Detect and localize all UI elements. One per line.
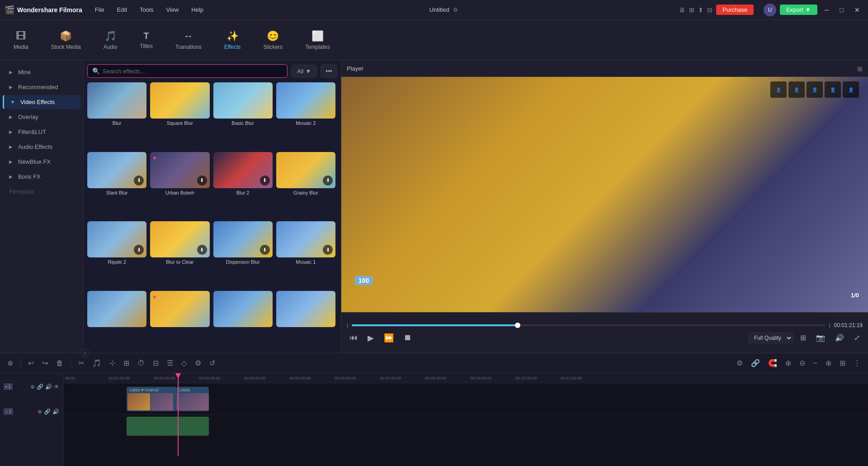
track-a1-volume[interactable]: 🔊 [52, 409, 59, 415]
icon-screen[interactable]: 🖥 [679, 6, 685, 14]
menu-view[interactable]: View [161, 5, 183, 15]
fullscreen-button[interactable]: ⤢ [851, 333, 863, 343]
filter-dropdown-button[interactable]: All ▼ [291, 65, 317, 78]
video-clip-2[interactable]: Lalala [176, 387, 209, 411]
toolbar-titles[interactable]: T Titles [135, 28, 157, 52]
effect-blur-to-clear[interactable]: ⬇ Blur to Clear [150, 221, 209, 287]
close-button[interactable]: ✕ [851, 5, 863, 15]
effect-row4b[interactable]: ♥ [150, 291, 209, 350]
tl-plus-button[interactable]: ⊕ [823, 357, 834, 369]
sidebar-item-newblue-fx[interactable]: ▶ NewBlue FX [3, 155, 80, 169]
audio-clip-1[interactable] [127, 417, 209, 436]
tl-add-media-button[interactable]: ⊕ [5, 357, 16, 369]
track-a1-add[interactable]: ⊕ [38, 409, 42, 415]
sidebar-item-mine[interactable]: ▶ Mine [3, 65, 80, 79]
sidebar-item-video-effects[interactable]: ▼ Video Effects [3, 95, 80, 109]
play-button[interactable]: ▶ [365, 332, 377, 344]
tl-speed-button[interactable]: ⏱ [135, 357, 147, 369]
toolbar-stock-media[interactable]: 📦 Stock Media [47, 28, 85, 53]
icon-template[interactable]: ⊞ [689, 6, 694, 14]
bracket-left[interactable]: [ [347, 323, 348, 328]
sidebar-item-recommended[interactable]: ▶ Recommended [3, 80, 80, 94]
menu-help[interactable]: Help [187, 5, 208, 15]
tl-split-button[interactable]: ⊞ [121, 357, 132, 369]
tl-more-button[interactable]: ⋮ [851, 357, 863, 369]
timeline-area[interactable]: 00:00 00:01:00:00 00:02:00:00 00:03:00:0… [63, 373, 868, 466]
tl-minus2-button[interactable]: − [811, 357, 820, 369]
sidebar-item-overlay[interactable]: ▶ Overlay [3, 110, 80, 124]
effect-slant-blur[interactable]: ⬇ Slant Blur [87, 152, 146, 218]
toolbar-media[interactable]: 🎞 Media [9, 28, 33, 53]
track-a1-link[interactable]: 🔗 [44, 409, 51, 415]
toolbar-stickers[interactable]: 😊 Stickers [259, 28, 287, 53]
tl-correction-button[interactable]: ⚙ [192, 357, 204, 369]
sidebar-item-boris-fx[interactable]: ▶ Boris FX [3, 170, 80, 184]
toolbar-templates[interactable]: ⬜ Templates [301, 28, 335, 53]
tl-grid-button[interactable]: ⊞ [837, 357, 848, 369]
effect-mosaic-1[interactable]: ⬇ Mosaic 1 [276, 221, 335, 287]
track-v1-eye[interactable]: 👁 [54, 384, 59, 390]
more-options-button[interactable]: ••• [321, 64, 337, 78]
tl-redo-button[interactable]: ↪ [39, 357, 51, 369]
effect-row4c[interactable] [213, 291, 273, 350]
tl-magnet-button[interactable]: 🧲 [765, 357, 780, 369]
toolbar-audio[interactable]: 🎵 Audio [99, 28, 122, 53]
effect-mosaic-2[interactable]: Mosaic 2 [276, 82, 335, 148]
sidebar-item-filmstock[interactable]: Filmstock [3, 185, 80, 199]
track-v1-add[interactable]: ⊕ [30, 384, 35, 390]
effect-row4d[interactable] [276, 291, 335, 350]
effect-dispersion-blur[interactable]: ⬇ Dispersion Blur [213, 221, 273, 287]
playhead[interactable]: ✂ [178, 373, 179, 456]
menu-tools[interactable]: Tools [135, 5, 158, 15]
player-expand-icon[interactable]: ⊞ [857, 65, 863, 72]
tl-crop-button[interactable]: ⊹ [107, 357, 118, 369]
fit-screen-button[interactable]: ⊞ [797, 333, 809, 343]
icon-upload[interactable]: ⬆ [698, 6, 703, 14]
tl-undo-button[interactable]: ↩ [25, 357, 37, 369]
effect-basic-blur[interactable]: Basic Blur [213, 82, 273, 148]
volume-button[interactable]: 🔊 [832, 333, 847, 343]
tl-link-button[interactable]: ⊕ [783, 357, 794, 369]
effect-blur-2[interactable]: ⬇ Blur 2 [213, 152, 273, 218]
menu-file[interactable]: File [90, 5, 109, 15]
tl-transform-button[interactable]: ⊟ [150, 357, 161, 369]
title-settings-icon[interactable]: ⚙ [453, 7, 458, 13]
tl-settings-button[interactable]: ⚙ [734, 357, 745, 369]
bracket-right[interactable]: ] [829, 323, 830, 328]
icon-grid[interactable]: ⊟ [707, 6, 712, 14]
stop-button[interactable]: ⏹ [401, 332, 415, 343]
search-input[interactable]: blur [103, 68, 283, 75]
tl-cut-button[interactable]: ✂ [75, 357, 87, 369]
quality-select[interactable]: Full Quality [748, 333, 793, 343]
effect-row4a[interactable] [87, 291, 146, 350]
video-clip-1[interactable]: Lalala ♥ Arsenal [127, 387, 176, 411]
tl-keyframe-button[interactable]: ◇ [179, 357, 189, 369]
track-v1-volume[interactable]: 🔊 [45, 384, 52, 390]
effect-grainy-blur[interactable]: ⬇ Grainy Blur [276, 152, 335, 218]
tl-snap-button[interactable]: 🔗 [748, 357, 763, 369]
tl-composite-button[interactable]: ☰ [164, 357, 176, 369]
export-button[interactable]: Export ▼ [780, 5, 817, 15]
toolbar-transitions[interactable]: ↔ Transitions [171, 28, 206, 53]
maximize-button[interactable]: □ [836, 5, 847, 15]
effect-urban-bokeh[interactable]: ♥ ⬇ Urban Bokeh [150, 152, 209, 218]
tl-reverse-button[interactable]: ↺ [207, 357, 218, 369]
menu-edit[interactable]: Edit [113, 5, 132, 15]
tl-audio-button[interactable]: 🎵 [90, 357, 104, 369]
tl-minus-button[interactable]: ⊖ [797, 357, 808, 369]
progress-bar[interactable] [352, 324, 825, 326]
user-avatar[interactable]: U [764, 4, 776, 16]
tl-delete-button[interactable]: 🗑 [53, 357, 66, 369]
track-v1-link[interactable]: 🔗 [37, 384, 43, 390]
skip-back-button[interactable]: ⏮ [347, 332, 360, 343]
effect-blur[interactable]: Blur [87, 82, 146, 148]
screenshot-button[interactable]: 📷 [813, 333, 828, 343]
toolbar-effects[interactable]: ✨ Effects [220, 28, 245, 53]
effect-square-blur[interactable]: Square Blur [150, 82, 209, 148]
sidebar-item-audio-effects[interactable]: ▶ Audio Effects [3, 140, 80, 154]
sidebar-item-filter-lut[interactable]: ▶ Filter&LUT [3, 125, 80, 139]
play-forward-button[interactable]: ⏩ [381, 332, 396, 344]
purchase-button[interactable]: Purchase [716, 5, 754, 15]
minimize-button[interactable]: ─ [821, 5, 833, 15]
effect-ripple-2[interactable]: ⬇ Ripple 2 [87, 221, 146, 287]
